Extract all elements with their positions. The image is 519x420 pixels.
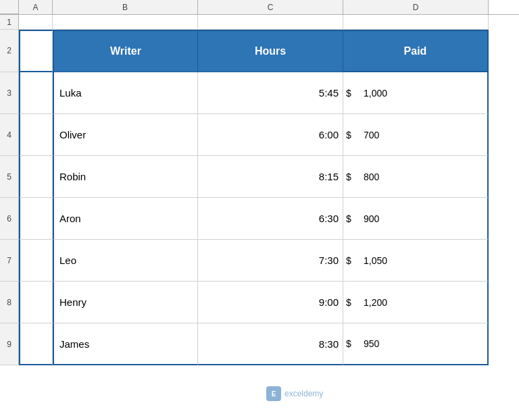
- watermark: E exceldemy: [266, 386, 323, 401]
- row-num-6: 6: [0, 198, 19, 240]
- cell-b2-writer[interactable]: Writer: [53, 30, 198, 72]
- row-8: 8 Henry 9:00 $ 1,200: [0, 282, 519, 323]
- dollar-9: $: [343, 338, 364, 349]
- row-num-8: 8: [0, 282, 19, 323]
- row-1: 1: [0, 15, 519, 30]
- cell-c6[interactable]: 6:30: [198, 198, 343, 240]
- cell-d5[interactable]: $ 800: [343, 156, 489, 198]
- cell-c2-hours[interactable]: Hours: [198, 30, 343, 72]
- cell-b8[interactable]: Henry: [53, 282, 198, 323]
- cell-c9[interactable]: 8:30: [198, 323, 343, 365]
- row-6: 6 Aron 6:30 $ 900: [0, 198, 519, 240]
- cell-a8[interactable]: [19, 282, 53, 323]
- row-num-5: 5: [0, 156, 19, 198]
- row-num-9: 9: [0, 323, 19, 365]
- spreadsheet: A B C D 1 2 Writer Hours Paid 3 Luka 5:4…: [0, 0, 519, 420]
- remaining-rows: [0, 365, 519, 420]
- row-num-2: 2: [0, 30, 19, 72]
- cell-d9[interactable]: $ 950: [343, 323, 489, 365]
- row-9: 9 James 8:30 $ 950: [0, 323, 519, 365]
- cell-b7[interactable]: Leo: [53, 240, 198, 282]
- cell-c4[interactable]: 6:00: [198, 114, 343, 156]
- cell-b1[interactable]: [53, 15, 198, 30]
- cell-d4[interactable]: $ 700: [343, 114, 489, 156]
- column-headers: A B C D: [0, 0, 519, 15]
- row-num-4: 4: [0, 114, 19, 156]
- cell-a5[interactable]: [19, 156, 53, 198]
- amount-6: 900: [364, 213, 487, 224]
- amount-5: 800: [364, 172, 487, 182]
- row-num-1: 1: [0, 15, 19, 30]
- cell-d1[interactable]: [343, 15, 489, 30]
- cell-b9[interactable]: James: [53, 323, 198, 365]
- row-num-7: 7: [0, 240, 19, 282]
- cell-d7[interactable]: $ 1,050: [343, 240, 489, 282]
- row-num-3: 3: [0, 72, 19, 114]
- cell-b4[interactable]: Oliver: [53, 114, 198, 156]
- cell-b5[interactable]: Robin: [53, 156, 198, 198]
- dollar-5: $: [343, 172, 364, 182]
- cell-b6[interactable]: Aron: [53, 198, 198, 240]
- amount-4: 700: [364, 130, 487, 140]
- col-header-a[interactable]: A: [19, 0, 53, 14]
- cell-c3[interactable]: 5:45: [198, 72, 343, 114]
- dollar-4: $: [343, 130, 364, 140]
- amount-3: 1,000: [364, 88, 487, 99]
- cell-c5[interactable]: 8:15: [198, 156, 343, 198]
- col-header-b[interactable]: B: [53, 0, 198, 14]
- amount-7: 1,050: [364, 255, 487, 266]
- amount-9: 950: [364, 338, 487, 349]
- cell-a2[interactable]: [19, 30, 53, 72]
- col-header-d[interactable]: D: [343, 0, 489, 14]
- cell-a9[interactable]: [19, 323, 53, 365]
- cell-a1[interactable]: [19, 15, 53, 30]
- dollar-3: $: [343, 88, 364, 99]
- cell-d6[interactable]: $ 900: [343, 198, 489, 240]
- amount-8: 1,200: [364, 297, 487, 308]
- dollar-8: $: [343, 297, 364, 308]
- col-header-c[interactable]: C: [198, 0, 343, 14]
- watermark-icon: E: [266, 386, 281, 401]
- row-4: 4 Oliver 6:00 $ 700: [0, 114, 519, 156]
- dollar-6: $: [343, 213, 364, 224]
- cell-a3[interactable]: [19, 72, 53, 114]
- cell-d8[interactable]: $ 1,200: [343, 282, 489, 323]
- cell-b3[interactable]: Luka: [53, 72, 198, 114]
- cell-d3[interactable]: $ 1,000: [343, 72, 489, 114]
- row-2-header: 2 Writer Hours Paid: [0, 30, 519, 72]
- row-3: 3 Luka 5:45 $ 1,000: [0, 72, 519, 114]
- cell-d2-paid[interactable]: Paid: [343, 30, 489, 72]
- row-7: 7 Leo 7:30 $ 1,050: [0, 240, 519, 282]
- watermark-text: exceldemy: [285, 389, 323, 398]
- cell-a6[interactable]: [19, 198, 53, 240]
- cell-c8[interactable]: 9:00: [198, 282, 343, 323]
- row-5: 5 Robin 8:15 $ 800: [0, 156, 519, 198]
- cell-a4[interactable]: [19, 114, 53, 156]
- cell-c7[interactable]: 7:30: [198, 240, 343, 282]
- cell-a7[interactable]: [19, 240, 53, 282]
- cell-c1[interactable]: [198, 15, 343, 30]
- corner-cell: [0, 0, 19, 14]
- dollar-7: $: [343, 255, 364, 266]
